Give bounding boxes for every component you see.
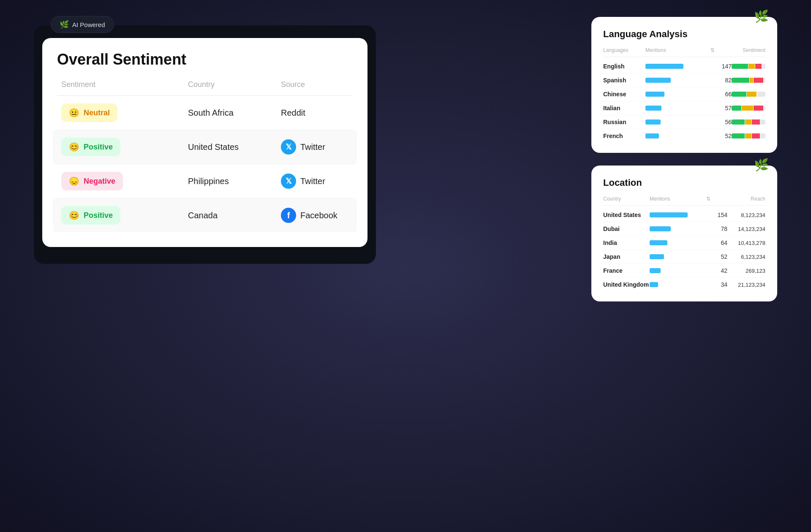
mentions-count: 56	[710, 119, 732, 125]
sentiment-badge-neutral: 😐 Neutral	[61, 103, 117, 122]
mentions-bar	[645, 106, 661, 111]
reach-value: 21,123,234	[727, 282, 765, 288]
sort-icon: ⇅	[706, 196, 727, 202]
table-header: Sentiment Country Source	[57, 80, 353, 96]
sentiment-badge-negative: 😞 Negative	[61, 172, 123, 190]
positive-icon: 😊	[69, 142, 79, 152]
positive-icon: 😊	[69, 210, 79, 220]
mentions-count: 57	[710, 105, 732, 111]
mentions-bar	[650, 212, 688, 217]
country-name: Japan	[603, 253, 650, 260]
location-row: United Kingdom 34 21,123,234	[603, 278, 765, 291]
left-panel: 🌿 AI Powered Overall Sentiment Sentiment…	[34, 25, 376, 264]
location-row: France 42 269,123	[603, 264, 765, 278]
negative-icon: 😞	[69, 176, 79, 186]
source-label: Facebook	[300, 211, 337, 220]
col-source: Source	[281, 80, 374, 89]
mentions-count: 154	[706, 212, 727, 218]
seg-pink	[752, 133, 760, 138]
language-analysis-card: 🌿 Language Analysis Languages Mentions ⇅…	[591, 17, 777, 153]
seg-yellow	[750, 78, 753, 83]
sentiment-bar	[732, 133, 765, 138]
seg-gray	[757, 92, 765, 97]
reach-value: 14,123,234	[727, 226, 765, 232]
lang-name: Russian	[603, 119, 645, 125]
seg-pink	[754, 78, 763, 83]
loc-col-mentions: Mentions	[650, 196, 706, 202]
mentions-count: 52	[706, 253, 727, 260]
mentions-bar-container	[650, 282, 706, 287]
country-cell: South Africa	[188, 108, 281, 118]
reach-value: 8,123,234	[727, 212, 765, 218]
card-leaf-icon: 🌿	[754, 9, 769, 23]
lang-row: Italian 57	[603, 101, 765, 115]
seg-gray	[764, 106, 765, 111]
country-name: United States	[603, 212, 650, 218]
source-cell: Reddit	[281, 108, 374, 118]
mentions-bar-container	[645, 133, 710, 138]
mentions-count: 42	[706, 267, 727, 274]
seg-green	[732, 92, 746, 97]
lang-col-mentions: Mentions	[645, 47, 710, 53]
reach-value: 269,123	[727, 268, 765, 274]
lang-name: Spanish	[603, 77, 645, 84]
country-name: France	[603, 267, 650, 274]
mentions-count: 52	[710, 133, 732, 139]
country-cell: Philippines	[188, 176, 281, 186]
sentiment-cell: 😊 Positive	[61, 206, 188, 225]
loc-col-country: Country	[603, 196, 650, 202]
seg-gray	[760, 133, 765, 138]
language-analysis-title: Language Analysis	[603, 29, 765, 40]
seg-yellow	[747, 92, 757, 97]
sentiment-bar	[732, 92, 765, 97]
mentions-count: 82	[710, 77, 732, 84]
seg-green	[732, 64, 748, 69]
lang-col-languages: Languages	[603, 47, 645, 53]
source-label: Reddit	[281, 108, 305, 118]
mentions-bar	[645, 64, 683, 69]
right-panels: 🌿 Language Analysis Languages Mentions ⇅…	[591, 17, 777, 301]
lang-row: Spanish 82	[603, 73, 765, 87]
reach-value: 10,413,278	[727, 240, 765, 246]
mentions-bar-container	[645, 78, 710, 83]
sentiment-label: Neutral	[84, 109, 110, 117]
reach-value: 6,123,234	[727, 254, 765, 260]
location-card: 🌿 Location Country Mentions ⇅ Reach Unit…	[591, 166, 777, 301]
table-row: 😞 Negative Philippines 𝕏 Twitter	[57, 164, 353, 198]
sentiment-badge-positive: 😊 Positive	[61, 206, 120, 225]
lang-name: Italian	[603, 105, 645, 111]
facebook-icon: f	[281, 208, 296, 223]
seg-pink	[752, 119, 760, 125]
mentions-bar	[650, 282, 658, 287]
sentiment-bar	[732, 64, 765, 69]
mentions-count: 66	[710, 91, 732, 98]
table-row: 😊 Positive Canada f Facebook	[53, 198, 357, 232]
lang-name: English	[603, 63, 645, 70]
seg-yellow	[745, 119, 751, 125]
twitter-icon: 𝕏	[281, 174, 296, 189]
loc-col-reach: Reach	[727, 196, 765, 202]
seg-green	[732, 106, 741, 111]
lang-table-header: Languages Mentions ⇅ Sentiment	[603, 47, 765, 57]
source-cell: 𝕏 Twitter	[281, 174, 374, 189]
mentions-count: 147	[710, 63, 732, 70]
sentiment-bar	[732, 119, 765, 125]
table-row: 😊 Positive United States 𝕏 Twitter	[53, 130, 357, 164]
seg-yellow	[745, 133, 751, 138]
language-rows: English 147 Spanish 82 Chinese	[603, 60, 765, 143]
sentiment-cell: 😞 Negative	[61, 172, 188, 190]
mentions-bar-container	[645, 92, 710, 97]
seg-pink	[755, 64, 762, 69]
seg-gray	[762, 64, 765, 69]
sentiment-label: Negative	[84, 177, 115, 186]
sentiment-label: Positive	[84, 143, 113, 152]
sentiment-bar	[732, 106, 765, 111]
sort-icon: ⇅	[710, 47, 732, 53]
sentiment-label: Positive	[84, 211, 113, 220]
sentiment-card: Overall Sentiment Sentiment Country Sour…	[42, 38, 367, 247]
seg-gray	[760, 119, 765, 125]
seg-pink	[754, 106, 763, 111]
location-row: Japan 52 6,123,234	[603, 250, 765, 264]
source-label: Twitter	[300, 142, 325, 152]
lang-row: French 52	[603, 129, 765, 143]
